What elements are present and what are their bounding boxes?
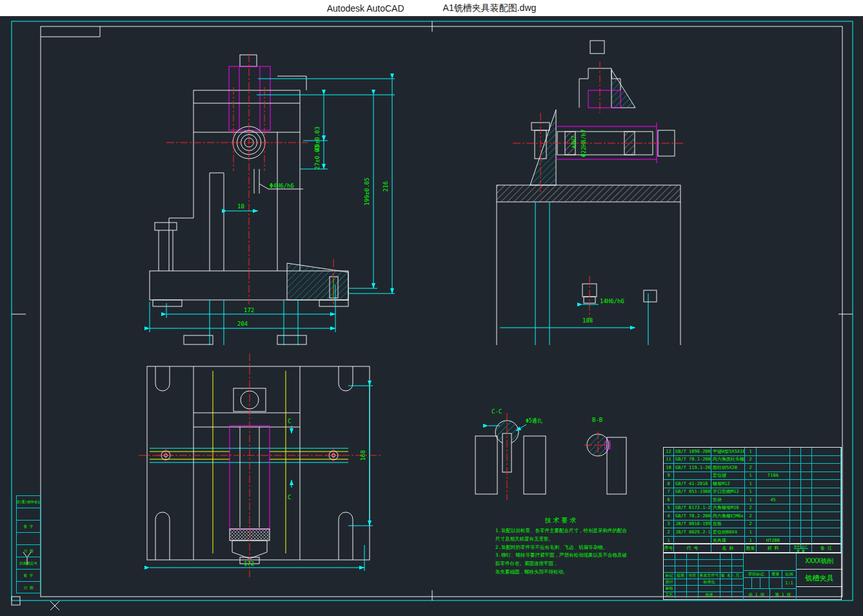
approve-label: 批准 — [699, 592, 720, 598]
table-row: 3JB/T 8016-1999压板2 — [664, 521, 841, 529]
strip-old-drawing-no: 旧底图总号 — [17, 557, 40, 570]
bom-name: 定位键 — [711, 472, 745, 480]
bom-name: 垫块 — [711, 496, 745, 504]
bom-no: 3 — [664, 521, 674, 528]
craft-row: 工艺 批准 — [664, 592, 743, 598]
fit-22h8: Φ22H8/h7 — [580, 129, 587, 157]
bom-header-note: 备 注 — [812, 544, 841, 552]
bom-code — [674, 496, 711, 504]
drawing-canvas[interactable]: 49±0.03 27±0.03 199±0.05 216 Φ4H6/h6 10 … — [0, 16, 863, 616]
bom-total — [801, 512, 812, 520]
bom-note — [812, 521, 841, 528]
bom-header-unit: 单件 — [794, 544, 801, 548]
check-row: 审核 — [664, 586, 743, 592]
table-row: 9定位键1T10A — [664, 472, 841, 481]
strip-signature: 签 字 — [17, 521, 40, 533]
table-row: 10GB/T 119.1-2000圆柱销5X202 — [664, 464, 841, 472]
bom-note — [812, 472, 841, 480]
table-row: 2JB/T 8029.2-1999定位销B8X41 — [664, 528, 841, 537]
dim-172-front: 172 — [244, 307, 254, 313]
bom-total — [801, 480, 812, 488]
bom-total — [801, 504, 812, 512]
section-c-top: C — [288, 418, 291, 424]
dim-172-plan: 172 — [244, 561, 254, 567]
small-rect-marker — [590, 41, 604, 54]
bom-code: GB/T 41-2016 — [674, 480, 711, 488]
bom-header-qty: 数量 — [745, 544, 757, 552]
bom-unit — [790, 448, 801, 455]
bom-total — [801, 472, 812, 480]
dim-10: 10 — [237, 203, 244, 210]
bom-material — [757, 488, 790, 496]
bom-unit — [790, 528, 801, 536]
bom-material — [757, 464, 790, 472]
design-label: 设计 — [664, 579, 675, 585]
bom-material — [757, 504, 790, 512]
bom-qty: 1 — [745, 488, 757, 496]
scale-value: 1:1 — [782, 578, 796, 588]
bom-material: T10A — [757, 472, 790, 480]
bom-qty: 1 — [745, 448, 757, 455]
bom-material — [757, 528, 790, 536]
bom-note — [812, 448, 841, 455]
plan-view: C C 168 172 — [139, 353, 381, 577]
bom-code — [674, 472, 711, 480]
dim-27: 27±0.03 — [314, 145, 321, 170]
bom-code: GB/T 70.1-2008 — [674, 456, 711, 464]
bom-code: GB/T 1096-2003 — [674, 448, 711, 455]
strip-signature: 签 字 — [17, 570, 40, 582]
title-block-middle: 阶段标记 重量 比例 1:1 共 1 张 第 1 张 — [744, 553, 797, 601]
bom-note — [812, 488, 841, 496]
sign-label: 签 名 — [720, 573, 732, 579]
bom-note — [812, 496, 841, 504]
bom-name: 六角螺母M16 — [711, 504, 745, 512]
app-title: Autodesk AutoCAD — [327, 3, 404, 14]
bom-name: 螺母M12 — [711, 480, 745, 488]
bom-qty: 1 — [745, 480, 757, 488]
bom-material — [757, 480, 790, 488]
bom-total — [801, 448, 812, 455]
bom-no: 2 — [664, 528, 674, 536]
strip-empty — [17, 533, 40, 545]
dim-188: 188 — [582, 317, 593, 324]
bom-no: 6 — [664, 496, 674, 504]
tech-req-line: 3.铆钉、螺栓等要拧紧牢固，严禁有松动现象以及不合格及破损零件存在。紧固连接牢固… — [495, 551, 628, 568]
bom-unit — [790, 480, 801, 488]
mark-label: 标记 — [664, 573, 675, 579]
strip-borrow-record: 借(通)用件登记 — [17, 496, 40, 508]
bom-note — [812, 456, 841, 464]
bom-code: GB/T 119.1-2000 — [674, 464, 711, 472]
strip-date: 日 期 — [17, 545, 40, 557]
design-row: 设计 标准化 — [664, 579, 743, 586]
check-label: 审核 — [664, 586, 675, 591]
sheet-number: 第 1 张 — [770, 589, 797, 601]
bom-unit — [790, 464, 801, 472]
table-row: 4GB/T 70.2-2000内六角螺钉M6x182 — [664, 512, 841, 521]
section-bb-label: B-B — [592, 417, 602, 423]
ucs-icon — [50, 601, 59, 610]
bom-qty: 1 — [745, 472, 757, 480]
bom-total — [801, 528, 812, 536]
tech-req-line: 1.装配以前检查、各零件主要配合尺寸，特别是采购件的配合尺寸及相关精度有无变形。 — [495, 527, 628, 544]
dim-216: 216 — [382, 181, 389, 192]
bom-material — [757, 456, 790, 464]
section-c-bottom: C — [288, 494, 291, 501]
bom-code: GB/T 851-1988 — [674, 488, 711, 496]
bom-unit — [790, 456, 801, 464]
bom-name: 开口垫圈M12 — [711, 488, 745, 496]
bom-no: 11 — [664, 456, 674, 464]
bom-note — [812, 512, 841, 520]
sheet-total: 共 1 张 — [744, 589, 770, 601]
bom-code: GB/T 6172.1-2016 — [674, 504, 711, 512]
title-bar: Autodesk AutoCAD A1铣槽夹具装配图.dwg — [0, 0, 863, 17]
bom-unit — [790, 488, 801, 496]
table-row: 8GB/T 41-2016螺母M121 — [664, 480, 841, 488]
tech-req-line: 装夹要稳固，螺栓头部不得松动。 — [495, 568, 628, 577]
bom-qty: 2 — [745, 512, 757, 520]
bom-name: 压板 — [711, 521, 745, 528]
dim-168: 168 — [360, 450, 366, 461]
bom-qty: 2 — [745, 464, 757, 472]
zone-label: 分区 — [687, 573, 699, 579]
bom-total — [801, 496, 812, 504]
bom-unit — [790, 496, 801, 504]
